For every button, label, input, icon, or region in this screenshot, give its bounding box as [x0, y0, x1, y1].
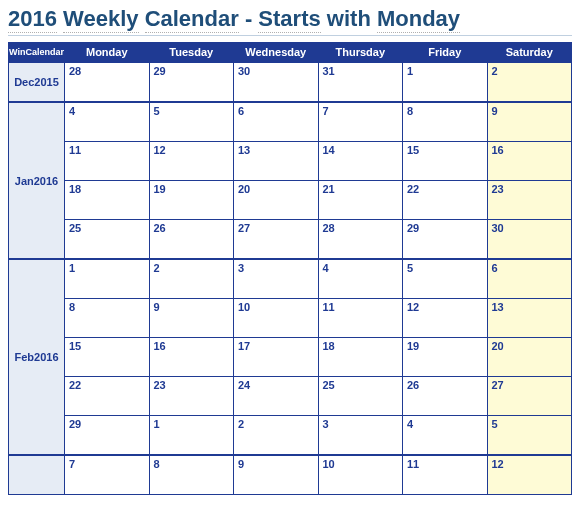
day-header-mon: Monday [65, 43, 150, 63]
day-cell: 11 [65, 142, 150, 181]
day-cell: 15 [65, 338, 150, 377]
week-row: Feb2016 1 2 3 4 5 6 [9, 259, 572, 299]
calendar-header-row: WinCalendar Monday Tuesday Wednesday Thu… [9, 43, 572, 63]
week-row: Jan2016 4 5 6 7 8 9 [9, 102, 572, 142]
week-row: 18 19 20 21 22 23 [9, 181, 572, 220]
day-cell: 12 [487, 455, 572, 495]
day-cell: 27 [487, 377, 572, 416]
day-cell: 6 [234, 102, 319, 142]
month-label-feb2016: Feb2016 [9, 259, 65, 455]
day-cell: 2 [149, 259, 234, 299]
day-cell: 4 [65, 102, 150, 142]
day-cell: 28 [65, 62, 150, 102]
day-cell: 9 [487, 102, 572, 142]
day-cell: 1 [403, 62, 488, 102]
day-header-wed: Wednesday [234, 43, 319, 63]
day-cell: 20 [234, 181, 319, 220]
day-cell: 8 [65, 299, 150, 338]
week-row: 15 16 17 18 19 20 [9, 338, 572, 377]
day-cell: 30 [234, 62, 319, 102]
week-row: Dec2015 28 29 30 31 1 2 [9, 62, 572, 102]
day-cell: 7 [318, 102, 403, 142]
day-cell: 8 [403, 102, 488, 142]
month-label-dec2015: Dec2015 [9, 62, 65, 102]
day-cell: 12 [403, 299, 488, 338]
day-cell: 7 [65, 455, 150, 495]
day-cell: 3 [234, 259, 319, 299]
day-cell: 19 [149, 181, 234, 220]
day-cell: 30 [487, 220, 572, 260]
calendar-table: WinCalendar Monday Tuesday Wednesday Thu… [8, 42, 572, 495]
day-cell: 13 [487, 299, 572, 338]
day-cell: 5 [403, 259, 488, 299]
day-cell: 19 [403, 338, 488, 377]
page-title: 2016 Weekly Calendar - Starts with Monda… [8, 6, 572, 36]
day-header-sat: Saturday [487, 43, 572, 63]
week-row: 29 1 2 3 4 5 [9, 416, 572, 456]
day-cell: 10 [234, 299, 319, 338]
day-cell: 26 [149, 220, 234, 260]
day-cell: 11 [403, 455, 488, 495]
day-cell: 29 [65, 416, 150, 456]
day-cell: 18 [318, 338, 403, 377]
day-cell: 17 [234, 338, 319, 377]
day-cell: 4 [403, 416, 488, 456]
day-cell: 10 [318, 455, 403, 495]
day-header-fri: Friday [403, 43, 488, 63]
week-row: 22 23 24 25 26 27 [9, 377, 572, 416]
month-label-next [9, 455, 65, 495]
day-cell: 5 [487, 416, 572, 456]
week-row: 8 9 10 11 12 13 [9, 299, 572, 338]
day-cell: 16 [149, 338, 234, 377]
day-cell: 22 [403, 181, 488, 220]
day-header-tue: Tuesday [149, 43, 234, 63]
day-cell: 9 [234, 455, 319, 495]
day-cell: 2 [487, 62, 572, 102]
week-row: 25 26 27 28 29 30 [9, 220, 572, 260]
day-cell: 12 [149, 142, 234, 181]
month-label-jan2016: Jan2016 [9, 102, 65, 259]
day-cell: 24 [234, 377, 319, 416]
day-cell: 27 [234, 220, 319, 260]
day-cell: 16 [487, 142, 572, 181]
day-header-thu: Thursday [318, 43, 403, 63]
corner-label: WinCalendar [9, 43, 65, 63]
day-cell: 23 [487, 181, 572, 220]
day-cell: 25 [65, 220, 150, 260]
day-cell: 18 [65, 181, 150, 220]
day-cell: 28 [318, 220, 403, 260]
week-row: 11 12 13 14 15 16 [9, 142, 572, 181]
day-cell: 26 [403, 377, 488, 416]
day-cell: 5 [149, 102, 234, 142]
day-cell: 23 [149, 377, 234, 416]
day-cell: 6 [487, 259, 572, 299]
day-cell: 9 [149, 299, 234, 338]
week-row: 7 8 9 10 11 12 [9, 455, 572, 495]
day-cell: 14 [318, 142, 403, 181]
day-cell: 21 [318, 181, 403, 220]
day-cell: 22 [65, 377, 150, 416]
day-cell: 29 [403, 220, 488, 260]
day-cell: 15 [403, 142, 488, 181]
day-cell: 13 [234, 142, 319, 181]
day-cell: 8 [149, 455, 234, 495]
day-cell: 1 [65, 259, 150, 299]
day-cell: 25 [318, 377, 403, 416]
day-cell: 3 [318, 416, 403, 456]
day-cell: 31 [318, 62, 403, 102]
day-cell: 4 [318, 259, 403, 299]
day-cell: 1 [149, 416, 234, 456]
day-cell: 20 [487, 338, 572, 377]
day-cell: 29 [149, 62, 234, 102]
day-cell: 11 [318, 299, 403, 338]
day-cell: 2 [234, 416, 319, 456]
